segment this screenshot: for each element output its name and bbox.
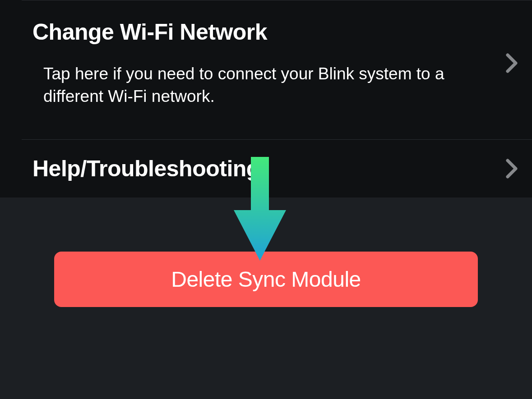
settings-list: Change Wi-Fi Network Tap here if you nee… [0, 0, 532, 197]
change-wifi-content: Change Wi-Fi Network Tap here if you nee… [22, 18, 497, 108]
change-wifi-subtitle: Tap here if you need to connect your Bli… [32, 63, 466, 108]
chevron-right-icon [506, 159, 518, 179]
delete-sync-module-button[interactable]: Delete Sync Module [54, 252, 478, 307]
help-title: Help/Troubleshooting [32, 155, 497, 182]
help-content: Help/Troubleshooting [22, 155, 497, 182]
chevron-right-icon [506, 53, 518, 73]
change-wifi-row[interactable]: Change Wi-Fi Network Tap here if you nee… [22, 0, 532, 139]
change-wifi-title: Change Wi-Fi Network [32, 18, 497, 46]
delete-section: Delete Sync Module [0, 197, 532, 307]
help-troubleshooting-row[interactable]: Help/Troubleshooting [22, 139, 532, 197]
